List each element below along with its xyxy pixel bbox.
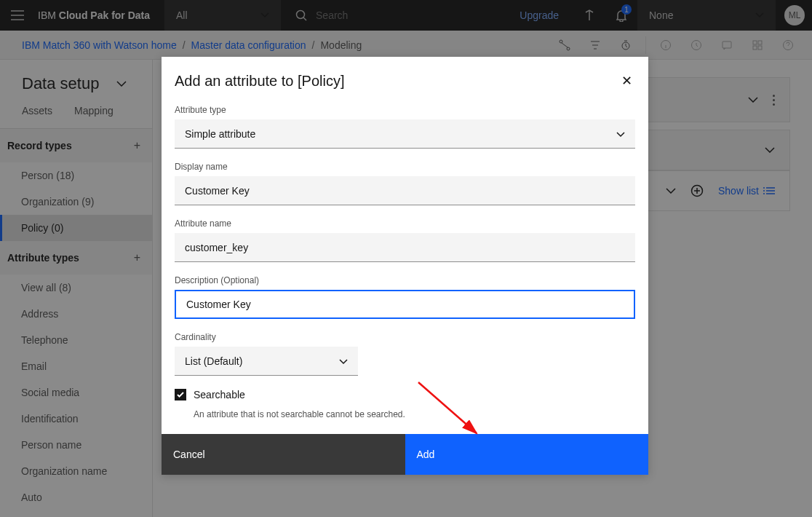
searchable-help-text: An attribute that is not searchable cann… [194, 409, 635, 419]
cardinality-value[interactable] [175, 347, 358, 376]
display-name-input[interactable] [175, 176, 635, 205]
display-name-label: Display name [175, 162, 635, 172]
attribute-type-value[interactable] [175, 119, 635, 149]
attribute-type-select[interactable] [175, 119, 635, 149]
searchable-checkbox[interactable]: Searchable [175, 389, 635, 400]
cancel-button[interactable]: Cancel [162, 434, 405, 475]
attribute-name-input[interactable] [175, 233, 635, 262]
add-attribute-modal: Add an attribute to [Policy] ✕ Attribute… [162, 57, 648, 475]
add-button[interactable]: Add [405, 434, 649, 475]
cardinality-label: Cardinality [175, 332, 635, 342]
cardinality-select[interactable] [175, 347, 358, 376]
attribute-name-label: Attribute name [175, 218, 635, 229]
checkbox-checked-icon [175, 389, 186, 400]
chevron-down-icon [339, 355, 348, 368]
attribute-type-label: Attribute type [175, 105, 635, 115]
chevron-down-icon [616, 127, 625, 141]
modal-title: Add an attribute to [Policy] [175, 73, 344, 90]
description-label: Description (Optional) [175, 275, 635, 285]
close-icon[interactable]: ✕ [618, 70, 635, 92]
modal-footer: Cancel Add [162, 434, 648, 475]
searchable-label: Searchable [194, 389, 245, 400]
description-input[interactable] [175, 290, 635, 319]
